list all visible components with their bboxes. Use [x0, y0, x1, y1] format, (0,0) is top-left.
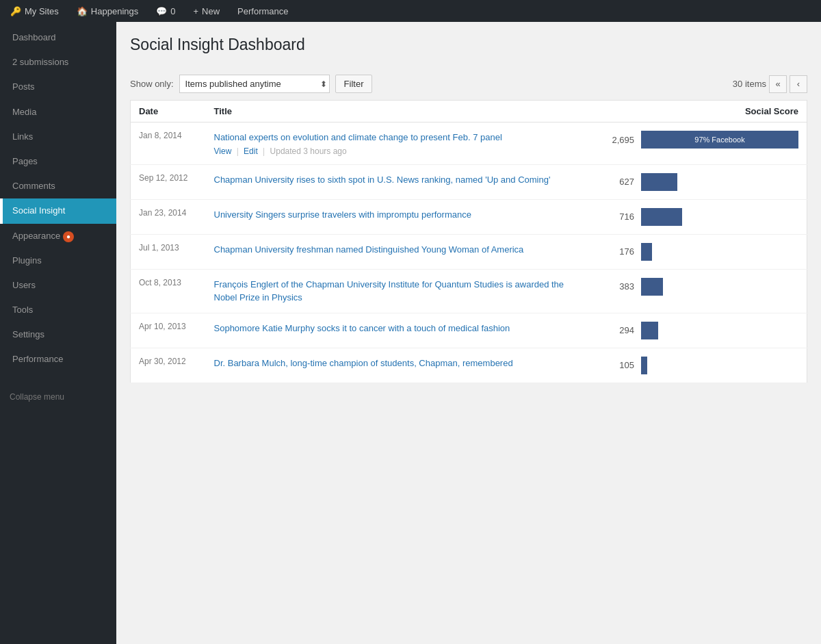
score-number: 105 [610, 360, 634, 370]
col-header-title: Title [206, 101, 588, 123]
score-number: 176 [610, 246, 634, 257]
score-number: 716 [610, 211, 634, 222]
score-bar: 97% Facebook [641, 131, 798, 149]
appearance-indicator: ● [63, 231, 74, 242]
sep2: | [261, 146, 268, 156]
cell-title: Chapman University freshman named Distin… [206, 234, 588, 269]
post-title-link[interactable]: Chapman University freshman named Distin… [214, 243, 580, 257]
table-row: Sep 12, 2012Chapman University rises to … [131, 164, 807, 199]
cell-date: Jan 8, 2014 [131, 123, 206, 165]
sidebar-item-users[interactable]: Users [0, 273, 116, 298]
cell-score: 176 [588, 234, 807, 269]
cell-score: 383 [588, 269, 807, 313]
score-bar [641, 322, 658, 339]
table-header-row: Date Title Social Score [131, 101, 807, 123]
score-bar [641, 208, 682, 226]
sidebar-item-appearance[interactable]: Appearance● [0, 224, 116, 248]
score-number: 294 [610, 325, 634, 335]
cell-title: François Englert of the Chapman Universi… [206, 269, 588, 313]
sidebar-item-posts[interactable]: Posts [0, 75, 116, 99]
cell-date: Jul 1, 2013 [131, 234, 206, 269]
table-row: Apr 10, 2013Sophomore Katie Murphy socks… [131, 313, 807, 348]
main-content: Social Insight Dashboard Show only: Item… [116, 22, 821, 644]
table-row: Apr 30, 2012Dr. Barbara Mulch, long-time… [131, 348, 807, 383]
plus-icon: + [193, 6, 198, 16]
sidebar-item-performance[interactable]: Performance [0, 347, 116, 372]
post-title-link[interactable]: François Englert of the Chapman Universi… [214, 278, 580, 305]
filter-select-wrapper: Items published anytime Items published … [179, 75, 330, 93]
score-number: 627 [610, 177, 634, 187]
cell-score: 716 [588, 199, 807, 234]
sidebar-item-dashboard[interactable]: Dashboard [0, 25, 116, 50]
edit-link[interactable]: Edit [244, 146, 258, 156]
collapse-menu[interactable]: Collapse menu [0, 386, 116, 408]
cell-score: 2,69597% Facebook [588, 123, 807, 165]
view-link[interactable]: View [214, 146, 232, 156]
cell-date: Sep 12, 2012 [131, 164, 206, 199]
score-number: 383 [610, 281, 634, 292]
sidebar-item-comments[interactable]: Comments [0, 174, 116, 198]
post-actions: View | Edit | Updated 3 hours ago [214, 146, 580, 156]
sep: | [234, 146, 241, 156]
table-row: Jan 8, 2014National experts on evolution… [131, 123, 807, 165]
filter-button[interactable]: Filter [335, 75, 373, 93]
score-bar-container [641, 278, 798, 296]
cell-date: Jan 23, 2014 [131, 199, 206, 234]
post-title-link[interactable]: University Singers surprise travelers wi… [214, 208, 580, 222]
filter-select[interactable]: Items published anytime Items published … [179, 75, 330, 93]
post-title-link[interactable]: Chapman University rises to sixth spot i… [214, 173, 580, 187]
admin-bar-performance[interactable]: Performance [234, 0, 291, 22]
sidebar-item-tools[interactable]: Tools [0, 298, 116, 322]
post-title-link[interactable]: National experts on evolution and climat… [214, 131, 580, 144]
sidebar: Dashboard 2 submissions Posts Media Link… [0, 22, 116, 644]
content-table: Date Title Social Score Jan 8, 2014Natio… [130, 100, 807, 383]
cell-date: Apr 30, 2012 [131, 348, 206, 383]
score-bar [641, 357, 647, 374]
cell-title: Dr. Barbara Mulch, long-time champion of… [206, 348, 588, 383]
score-bar-container [641, 208, 798, 226]
key-icon: 🔑 [10, 6, 21, 16]
cell-score: 627 [588, 164, 807, 199]
sidebar-item-submissions[interactable]: 2 submissions [0, 50, 116, 75]
layout: Dashboard 2 submissions Posts Media Link… [0, 22, 821, 644]
cell-score: 105 [588, 348, 807, 383]
col-header-date: Date [131, 101, 206, 123]
score-bar-label: 97% Facebook [641, 136, 798, 144]
score-number: 2,695 [610, 135, 634, 145]
admin-bar-my-sites[interactable]: 🔑 My Sites [7, 0, 62, 22]
score-bar [641, 173, 677, 191]
post-title-link[interactable]: Sophomore Katie Murphy socks it to cance… [214, 322, 580, 335]
admin-bar-happenings[interactable]: 🏠 Happenings [73, 0, 142, 22]
admin-bar-comments[interactable]: 💬 0 [153, 0, 179, 22]
score-bar-container: 97% Facebook [641, 131, 798, 149]
filter-label: Show only: [130, 79, 174, 89]
comment-icon: 💬 [156, 6, 167, 16]
admin-bar-new[interactable]: + New [190, 0, 223, 22]
cell-title: Chapman University rises to sixth spot i… [206, 164, 588, 199]
score-bar [641, 243, 652, 261]
col-header-score: Social Score [588, 101, 807, 123]
home-icon: 🏠 [77, 6, 88, 16]
admin-bar: 🔑 My Sites 🏠 Happenings 💬 0 + New Perfor… [0, 0, 821, 22]
sidebar-item-social-insight[interactable]: Social Insight [0, 198, 116, 223]
updated-text: Updated 3 hours ago [270, 146, 347, 156]
sidebar-item-media[interactable]: Media [0, 100, 116, 125]
sidebar-item-links[interactable]: Links [0, 125, 116, 149]
pagination-prev-btn[interactable]: ‹ [790, 75, 807, 93]
sidebar-item-plugins[interactable]: Plugins [0, 248, 116, 273]
cell-title: Sophomore Katie Murphy socks it to cance… [206, 313, 588, 348]
cell-date: Apr 10, 2013 [131, 313, 206, 348]
sidebar-item-pages[interactable]: Pages [0, 149, 116, 174]
cell-title: University Singers surprise travelers wi… [206, 199, 588, 234]
table-row: Oct 8, 2013François Englert of the Chapm… [131, 269, 807, 313]
score-bar-container [641, 357, 798, 374]
items-count: 30 items [733, 79, 766, 89]
score-bar-container [641, 243, 798, 261]
table-row: Jan 23, 2014University Singers surprise … [131, 199, 807, 234]
pagination-first-btn[interactable]: « [769, 75, 787, 93]
score-bar [641, 278, 663, 296]
sidebar-item-settings[interactable]: Settings [0, 322, 116, 347]
cell-date: Oct 8, 2013 [131, 269, 206, 313]
cell-title: National experts on evolution and climat… [206, 123, 588, 165]
post-title-link[interactable]: Dr. Barbara Mulch, long-time champion of… [214, 357, 580, 370]
